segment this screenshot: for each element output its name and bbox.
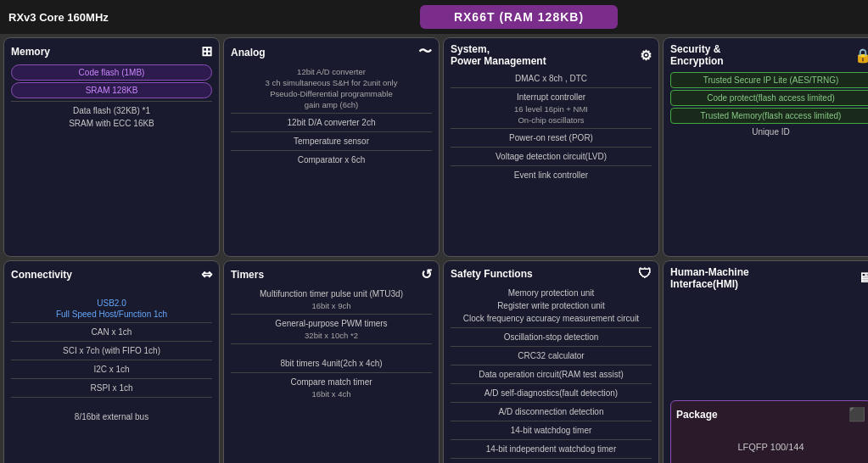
safety-item-2: Register write protection unit xyxy=(451,299,652,312)
chip-label: RX66T (RAM 128KB) xyxy=(420,5,618,29)
timers-item-1: Multifunction timer pulse unit (MTU3d) xyxy=(231,287,432,300)
security-item-1: Trusted Secure IP Lite (AES/TRNG) xyxy=(670,72,868,88)
card-timers: Timers ↺ Multifunction timer pulse unit … xyxy=(223,260,440,463)
connectivity-item-can: CAN x 1ch xyxy=(11,326,212,338)
security-item-4: Unique ID xyxy=(670,126,868,138)
security-item-2: Code protect(flash access limited) xyxy=(670,90,868,106)
safety-item-4: Oscillation-stop detection xyxy=(451,331,652,343)
card-analog: Analog 〜 12bit A/D converter 3 ch simult… xyxy=(223,37,440,257)
system-item-6: Voltage detection circuit(LVD) xyxy=(451,150,652,163)
card-connectivity: Connectivity ⇔ USB2.0 Full Speed Host/Fu… xyxy=(3,260,220,463)
safety-title: Safety Functions 🛡 xyxy=(451,266,652,282)
analog-icon: 〜 xyxy=(418,43,432,61)
system-item-3: 16 level 16pin + NMI xyxy=(451,103,652,114)
memory-title: Memory ⊞ xyxy=(11,43,212,59)
card-safety: Safety Functions 🛡 Memory protection uni… xyxy=(443,260,659,463)
analog-item-2: 3 ch simultaneous S&H for 2unit only xyxy=(231,77,432,88)
connectivity-item-usb1: USB2.0 xyxy=(11,298,212,309)
card-memory: Memory ⊞ Code flash (1MB) SRAM 128KB Dat… xyxy=(3,37,220,257)
system-item-1: DMAC x 8ch , DTC xyxy=(451,72,652,85)
security-title: Security &Encryption 🔒 xyxy=(670,43,868,67)
system-title: System,Power Management ⚙ xyxy=(451,43,652,67)
grid-container: Memory ⊞ Code flash (1MB) SRAM 128KB Dat… xyxy=(0,34,868,463)
safety-item-10: 14-bit independent watchdog timer xyxy=(451,443,652,455)
system-item-2: Interrupt controller xyxy=(451,91,652,103)
analog-item-5: 12bit D/A converter 2ch xyxy=(231,116,432,129)
safety-item-6: Data operation circuit(RAM test assist) xyxy=(451,368,652,381)
card-hmi: Human-MachineInterface(HMI) 🖥 Package ⬛ … xyxy=(663,260,868,463)
timers-title: Timers ↺ xyxy=(231,266,432,282)
connectivity-item-rspi: RSPI x 1ch xyxy=(11,382,212,394)
package-icon: ⬛ xyxy=(848,406,865,422)
connectivity-title: Connectivity ⇔ xyxy=(11,266,212,282)
analog-item-1: 12bit A/D converter xyxy=(231,66,432,77)
analog-item-4: gain amp (6ch) xyxy=(231,99,432,110)
analog-item-7: Comparator x 6ch xyxy=(231,153,432,166)
memory-item-4: SRAM with ECC 16KB xyxy=(11,117,212,130)
timers-item-6: Compare match timer xyxy=(231,376,432,388)
analog-item-3: Pseudo-Differential programmable xyxy=(231,88,432,99)
safety-icon: 🛡 xyxy=(638,266,652,282)
connectivity-item-usb2: Full Speed Host/Function 1ch xyxy=(11,309,212,320)
package-title: Package ⬛ xyxy=(676,406,865,422)
analog-item-6: Temperature sensor xyxy=(231,135,432,148)
hmi-title: Human-MachineInterface(HMI) 🖥 xyxy=(670,266,868,290)
connectivity-item-bus: 8/16bit external bus xyxy=(11,410,212,423)
system-item-5: Power-on reset (POR) xyxy=(451,131,652,144)
security-item-3: Trusted Memory(flash access limited) xyxy=(670,108,868,124)
safety-item-9: 14-bit watchdog timer xyxy=(451,424,652,437)
timers-item-4: 32bit x 10ch *2 xyxy=(231,330,432,341)
memory-icon: ⊞ xyxy=(201,43,212,59)
safety-item-1: Memory protection unit xyxy=(451,287,652,299)
system-icon: ⚙ xyxy=(640,47,652,64)
system-item-7: Event link controller xyxy=(451,169,652,181)
hmi-icon: 🖥 xyxy=(858,271,868,286)
timers-item-3: General-purpose PWM timers xyxy=(231,317,432,330)
memory-item-1: Code flash (1MB) xyxy=(11,64,212,81)
safety-item-5: CRC32 calculator xyxy=(451,349,652,362)
timers-item-7: 16bit x 4ch xyxy=(231,388,432,399)
safety-item-3: Clock frequency accuracy measurement cir… xyxy=(451,312,652,325)
header-center: RX66T (RAM 128KB) xyxy=(178,5,860,29)
safety-item-8: A/D disconnection detection xyxy=(451,405,652,418)
header: RXv3 Core 160MHz RX66T (RAM 128KB) xyxy=(0,0,868,34)
memory-item-2: SRAM 128KB xyxy=(11,82,212,98)
analog-title: Analog 〜 xyxy=(231,43,432,61)
safety-item-7: A/D self-diagnostics(fault detection) xyxy=(451,387,652,399)
timers-item-5: 8bit timers 4unit(2ch x 4ch) xyxy=(231,357,432,370)
connectivity-icon: ⇔ xyxy=(201,266,212,282)
timers-icon: ↺ xyxy=(421,266,432,282)
main-container: RXv3 Core 160MHz RX66T (RAM 128KB) Memor… xyxy=(0,0,868,463)
security-icon: 🔒 xyxy=(854,47,868,64)
card-security: Security &Encryption 🔒 Trusted Secure IP… xyxy=(663,37,868,257)
card-system: System,Power Management ⚙ DMAC x 8ch , D… xyxy=(443,37,659,257)
core-label: RXv3 Core 160MHz xyxy=(8,11,178,24)
memory-item-3: Data flash (32KB) *1 xyxy=(11,104,212,117)
package-value: LFQFP 100/144 xyxy=(737,442,804,452)
timers-item-2: 16bit x 9ch xyxy=(231,300,432,311)
connectivity-item-sci: SCI x 7ch (with FIFO 1ch) xyxy=(11,344,212,357)
connectivity-item-i2c: I2C x 1ch xyxy=(11,363,212,376)
system-item-4: On-chip oscillators xyxy=(451,114,652,126)
